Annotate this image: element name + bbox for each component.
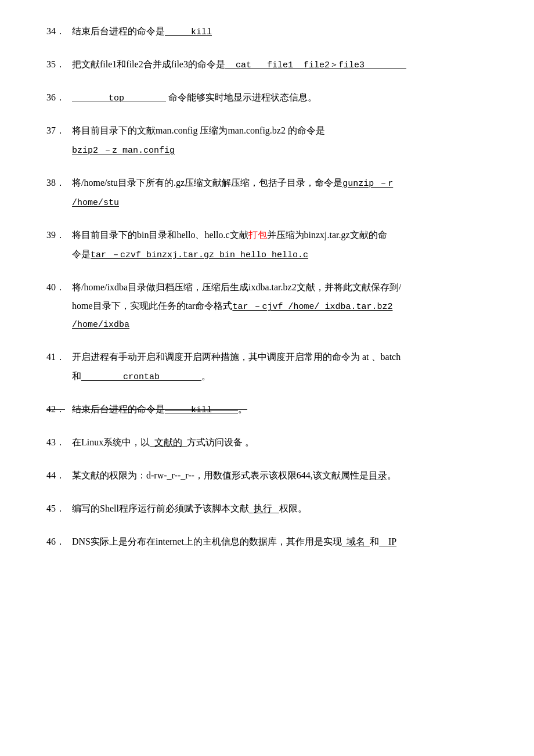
- q41-answer: crontab: [81, 372, 201, 382]
- q40-line2: home目录下，实现此任务的tar命令格式tar －cjvf /home/ ix…: [72, 298, 488, 315]
- q46-text: DNS实际上是分布在internet上的主机信息的数据库，其作用是实现 域名 和…: [72, 534, 488, 550]
- q35-answer: cat file1 file2＞file3: [225, 60, 406, 70]
- q38-text: 将/home/stu目录下所有的.gz压缩文献解压缩，包括子目录，命令是gunz…: [72, 175, 488, 192]
- q39-answer-line: 令是tar －czvf binzxj.tar.gz bin hello hell…: [72, 246, 488, 263]
- question-34: 34． 结束后台进程的命令是 kill: [46, 23, 488, 40]
- q35-number: 35．: [46, 56, 72, 73]
- q40-text: 将/home/ixdba目录做归档压缩，压缩后生成ixdba.tar.bz2文献…: [72, 279, 488, 296]
- q37-number: 37．: [46, 123, 72, 139]
- q34-number: 34．: [46, 23, 72, 40]
- main-content: 34． 结束后台进程的命令是 kill 35． 把文献file1和file2合并…: [46, 23, 488, 550]
- q40-line3: /home/ixdba: [72, 316, 488, 333]
- q36-text: top 命令能够实时地显示进程状态信息。: [72, 89, 488, 106]
- q43-number: 43．: [46, 434, 72, 451]
- q34-line: 34． 结束后台进程的命令是 kill: [46, 23, 488, 40]
- question-39: 39． 将目前目录下的bin目录和hello、hello.c文献打包并压缩为bi…: [46, 227, 488, 263]
- q42-text: 结束后台进程的命令是 kill 。: [72, 401, 488, 418]
- q37-line: 37． 将目前目录下的文献man.config 压缩为man.config.bz…: [46, 123, 488, 139]
- q36-number: 36．: [46, 89, 72, 106]
- q45-number: 45．: [46, 501, 72, 517]
- question-35: 35． 把文献file1和file2合并成file3的命令是 cat file1…: [46, 56, 488, 73]
- q41-number: 41．: [46, 349, 72, 366]
- q40-answer-line3: /home/ixdba: [72, 320, 129, 330]
- q37-answer-text: bzip2 －z man.config: [72, 146, 175, 156]
- q39-number: 39．: [46, 227, 72, 244]
- question-44: 44． 某文献的权限为：d-rw-_r--_r--，用数值形式表示该权限644,…: [46, 467, 488, 484]
- q39-line: 39． 将目前目录下的bin目录和hello、hello.c文献打包并压缩为bi…: [46, 227, 488, 244]
- q41-text: 开启进程有手动开启和调度开启两种措施，其中调度开启常用的命令为 at 、batc…: [72, 349, 488, 366]
- question-37: 37． 将目前目录下的文献man.config 压缩为man.config.bz…: [46, 123, 488, 159]
- question-42: 42． 结束后台进程的命令是 kill 。: [46, 401, 488, 418]
- q34-answer: kill: [165, 27, 212, 37]
- q39-text: 将目前目录下的bin目录和hello、hello.c文献打包并压缩为binzxj…: [72, 227, 488, 244]
- q41-line2: 和 crontab 。: [72, 368, 488, 385]
- q35-text: 把文献file1和file2合并成file3的命令是 cat file1 fil…: [72, 56, 488, 73]
- question-41: 41． 开启进程有手动开启和调度开启两种措施，其中调度开启常用的命令为 at 、…: [46, 349, 488, 385]
- q36-line: 36． top 命令能够实时地显示进程状态信息。: [46, 89, 488, 106]
- q42-answer: kill: [165, 405, 238, 415]
- q37-answer: bzip2 －z man.config: [72, 142, 488, 159]
- q35-line: 35． 把文献file1和file2合并成file3的命令是 cat file1…: [46, 56, 488, 73]
- q34-text: 结束后台进程的命令是 kill: [72, 23, 488, 40]
- q40-number: 40．: [46, 279, 72, 296]
- q43-line: 43． 在Linux系统中，以 文献的 方式访问设备 。: [46, 434, 488, 451]
- question-43: 43． 在Linux系统中，以 文献的 方式访问设备 。: [46, 434, 488, 451]
- q37-text: 将目前目录下的文献man.config 压缩为man.config.bz2 的命…: [72, 123, 488, 139]
- question-45: 45． 编写的Shell程序运行前必须赋予该脚本文献 执行 权限。: [46, 501, 488, 517]
- q38-line: 38． 将/home/stu目录下所有的.gz压缩文献解压缩，包括子目录，命令是…: [46, 175, 488, 192]
- q39-red-text: 打包: [248, 230, 267, 240]
- q44-answer: 目录: [369, 470, 387, 480]
- q39-answer: tar －czvf binzxj.tar.gz bin hello hello.…: [91, 250, 308, 260]
- q40-answer-inline: tar －cjvf /home/ ixdba.tar.bz2: [232, 302, 392, 312]
- q38-answer-inline: gunzip －r: [342, 179, 393, 189]
- q42-number: 42．: [46, 401, 72, 418]
- q42-line: 42． 结束后台进程的命令是 kill 。: [46, 401, 488, 418]
- q46-answer2: IP: [379, 537, 396, 546]
- q45-line: 45． 编写的Shell程序运行前必须赋予该脚本文献 执行 权限。: [46, 501, 488, 517]
- question-38: 38． 将/home/stu目录下所有的.gz压缩文献解压缩，包括子目录，命令是…: [46, 175, 488, 211]
- q38-answer: /home/stu: [72, 194, 488, 211]
- q41-line1: 41． 开启进程有手动开启和调度开启两种措施，其中调度开启常用的命令为 at 、…: [46, 349, 488, 366]
- q38-answer-text: /home/stu: [72, 198, 119, 208]
- question-46: 46． DNS实际上是分布在internet上的主机信息的数据库，其作用是实现 …: [46, 534, 488, 550]
- q44-number: 44．: [46, 467, 72, 484]
- q45-answer: 执行: [249, 503, 279, 513]
- q43-answer: 文献的: [150, 437, 187, 447]
- q44-text: 某文献的权限为：d-rw-_r--_r--，用数值形式表示该权限644,该文献属…: [72, 467, 488, 484]
- q46-line: 46． DNS实际上是分布在internet上的主机信息的数据库，其作用是实现 …: [46, 534, 488, 550]
- q45-text: 编写的Shell程序运行前必须赋予该脚本文献 执行 权限。: [72, 501, 488, 517]
- q43-text: 在Linux系统中，以 文献的 方式访问设备 。: [72, 434, 488, 451]
- question-40: 40． 将/home/ixdba目录做归档压缩，压缩后生成ixdba.tar.b…: [46, 279, 488, 333]
- q46-answer1: 域名: [342, 537, 370, 546]
- q46-number: 46．: [46, 534, 72, 550]
- q40-line1: 40． 将/home/ixdba目录做归档压缩，压缩后生成ixdba.tar.b…: [46, 279, 488, 296]
- q38-number: 38．: [46, 175, 72, 192]
- q36-answer: top: [72, 93, 166, 103]
- q44-line: 44． 某文献的权限为：d-rw-_r--_r--，用数值形式表示该权限644,…: [46, 467, 488, 484]
- question-36: 36． top 命令能够实时地显示进程状态信息。: [46, 89, 488, 106]
